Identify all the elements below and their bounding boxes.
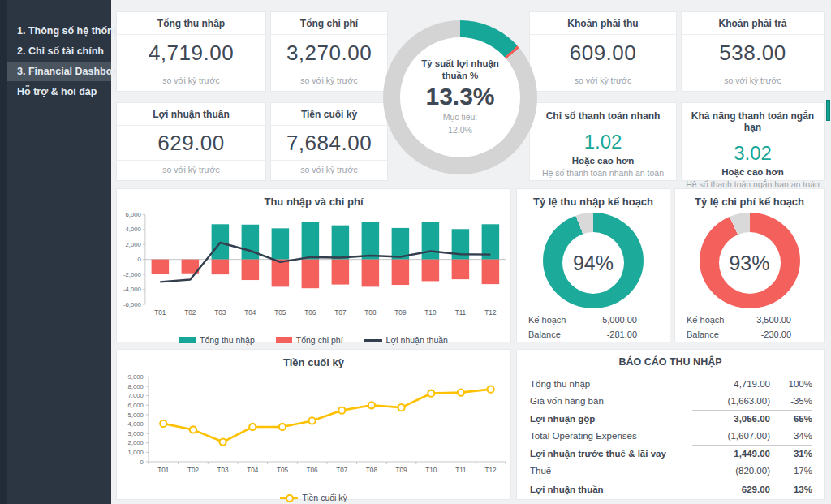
row-numbers: (1,607.00)-34% xyxy=(692,427,812,446)
kpi-footer: so với kỳ trước xyxy=(271,160,387,180)
svg-text:T12: T12 xyxy=(485,467,497,474)
income-statement-table: Tổng thu nhập4,719.00100%Giá vốn hàng bá… xyxy=(517,373,824,498)
svg-text:T02: T02 xyxy=(184,309,196,317)
kpi-card-total-income: Tổng thu nhập 4,719.00 so với kỳ trước xyxy=(116,11,266,92)
kpi-title: Khoản phải trả xyxy=(682,12,824,35)
svg-text:0: 0 xyxy=(140,459,144,466)
svg-text:6,000: 6,000 xyxy=(125,211,140,218)
table-row: Total Operating Expenses(1,607.00)-34% xyxy=(530,428,812,446)
row-numbers: (820.00)-17% xyxy=(692,463,812,480)
svg-text:T05: T05 xyxy=(277,467,289,474)
plan-label: Kế hoạch xyxy=(687,312,724,327)
svg-text:T09: T09 xyxy=(396,467,408,474)
row-label: Total Operating Expenses xyxy=(530,431,692,441)
plan-label: Kế hoạch xyxy=(528,312,566,327)
sidebar-item-2[interactable]: 2. Chỉ số tài chính xyxy=(7,41,111,61)
svg-text:9,000: 9,000 xyxy=(128,373,144,381)
sidebar-menu: 1. Thông số hệ thống2. Chỉ số tài chính3… xyxy=(7,21,111,101)
row-numbers: 3,056.0065% xyxy=(692,410,812,428)
kpi-value: 3.02 xyxy=(682,135,824,167)
row-numbers: 1,449.0031% xyxy=(692,445,812,463)
kpi-value: 3,270.00 xyxy=(271,35,387,71)
row-numbers: (1,663.00)-35% xyxy=(692,392,812,411)
income-expense-chart-card: Thu nhập và chi phí 6,0004,0002,0000-2,0… xyxy=(116,188,511,342)
legend-marker-dot xyxy=(286,494,294,502)
legend-label: Lợi nhuận thuần xyxy=(386,335,448,345)
table-title: BÁO CÁO THU NHẬP xyxy=(523,350,817,373)
kpi-title: Lợi nhuận thuần xyxy=(117,103,265,126)
svg-text:-6,000: -6,000 xyxy=(123,301,141,308)
svg-text:T11: T11 xyxy=(455,467,467,474)
row-numbers: 4,719.00100% xyxy=(692,375,812,393)
kpi-note: Hệ số thanh toán nhanh an toàn xyxy=(530,166,676,178)
kpi-card-receivables: Khoản phải thu 609.00 so với kỳ trước xyxy=(529,11,677,92)
sidebar-item-3[interactable]: 3. Financial Dashboard xyxy=(7,62,111,81)
row-label: Lợi nhuận gộp xyxy=(530,414,692,424)
right-edge-tab[interactable] xyxy=(826,100,830,121)
svg-text:T05: T05 xyxy=(274,309,286,317)
table-row: Tổng thu nhập4,719.00100% xyxy=(530,375,812,393)
row-value: (1,607.00) xyxy=(692,431,770,441)
table-row: Giá vốn hàng bán(1,663.00)-35% xyxy=(530,393,812,411)
sidebar-item-1[interactable]: 1. Thông số hệ thống xyxy=(7,21,111,41)
legend-bar-swatch xyxy=(179,337,196,343)
chart-title: Tỷ lệ thu nhập kế hoạch xyxy=(533,189,653,209)
balance-row: Balance -230.00 xyxy=(687,327,791,342)
ending-cash-legend: Tiền cuối kỳ xyxy=(117,493,510,502)
row-value: (820.00) xyxy=(692,466,770,476)
net-margin-gauge: Tỷ suất lợi nhuận thuần % 13.3% Mục tiêu… xyxy=(383,20,537,174)
kpi-value: 538.00 xyxy=(682,35,824,71)
kpi-footer: so với kỳ trước xyxy=(117,71,265,91)
svg-text:T03: T03 xyxy=(214,309,226,317)
kpi-note-bold: Hoặc cao hơn xyxy=(682,167,824,177)
row-percent: -17% xyxy=(770,466,812,476)
plan-row: Kế hoạch 5,000.00 xyxy=(528,312,637,327)
svg-text:T01: T01 xyxy=(157,467,170,474)
svg-text:T10: T10 xyxy=(424,309,437,317)
row-percent: 65% xyxy=(770,414,812,424)
svg-text:2,000: 2,000 xyxy=(128,439,144,446)
svg-text:T06: T06 xyxy=(304,309,316,317)
kpi-footer: so với kỳ trước xyxy=(117,160,265,180)
kpi-value: 1.02 xyxy=(530,123,676,156)
svg-text:T04: T04 xyxy=(244,309,256,317)
row-label: Lợi nhuận thuần xyxy=(530,485,692,494)
gauge-center: Tỷ suất lợi nhuận thuần % 13.3% Mục tiêu… xyxy=(400,37,520,157)
svg-text:4,000: 4,000 xyxy=(125,226,140,233)
legend-item: Tổng thu nhập xyxy=(179,335,255,345)
table-row: Lợi nhuận gộp3,056.0065% xyxy=(530,410,812,428)
bar-chart-svg: 6,0004,0002,0000-2,000-4,000-6,000T01T02… xyxy=(117,209,509,331)
row-percent: -34% xyxy=(770,431,812,441)
svg-text:0: 0 xyxy=(137,256,140,263)
sidebar-item-4[interactable]: Hỗ trợ & hỏi đáp xyxy=(7,82,111,101)
kpi-title: Khả năng thanh toán ngắn hạn xyxy=(682,103,824,135)
legend-line-swatch xyxy=(280,497,298,499)
expense-plan-donut-card: Tỷ lệ chi phí kế hoạch 93% Kế hoạch 3,50… xyxy=(674,188,825,342)
balance-label: Balance xyxy=(528,327,561,342)
row-percent: 100% xyxy=(770,379,812,389)
row-value: 3,056.00 xyxy=(692,414,770,424)
kpi-footer: so với kỳ trước xyxy=(530,71,676,91)
kpi-value: 4,719.00 xyxy=(117,35,265,71)
kpi-card-total-expense: Tổng chi phí 3,270.00 so với kỳ trước xyxy=(270,11,388,92)
donut-rows: Kế hoạch 5,000.00 Balance -281.00 xyxy=(517,308,670,342)
svg-text:7,000: 7,000 xyxy=(128,392,144,399)
svg-text:T09: T09 xyxy=(394,309,407,317)
table-row: Lợi nhuận thuần629.0013% xyxy=(530,480,812,498)
income-statement-card: BÁO CÁO THU NHẬP Tổng thu nhập4,719.0010… xyxy=(516,349,825,500)
gauge-title: Tỷ suất lợi nhuận thuần % xyxy=(411,58,509,81)
expense-plan-donut: 93% xyxy=(700,213,800,308)
balance-value: -230.00 xyxy=(761,327,791,342)
svg-text:3,000: 3,000 xyxy=(128,430,144,437)
legend-line-swatch xyxy=(364,339,382,342)
svg-text:2,000: 2,000 xyxy=(125,241,140,248)
row-label: Tổng thu nhập xyxy=(530,379,692,389)
income-plan-donut-card: Tỷ lệ thu nhập kế hoạch 94% Kế hoạch 5,0… xyxy=(516,188,670,342)
row-percent: 31% xyxy=(770,449,812,459)
gauge-value: 13.3% xyxy=(425,83,494,110)
kpi-card-payables: Khoản phải trả 538.00 so với kỳ trước xyxy=(681,11,825,92)
kpi-value: 7,684.00 xyxy=(271,126,387,160)
donut-center: 94% xyxy=(562,232,624,294)
kpi-title: Tổng chi phí xyxy=(271,12,387,35)
kpi-note-bold: Hoặc cao hơn xyxy=(530,156,676,166)
